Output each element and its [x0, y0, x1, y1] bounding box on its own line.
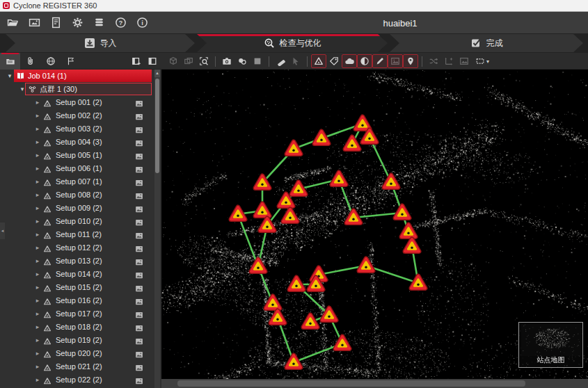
tree-item-setup-020[interactable]: ▸ Setup 020 (2): [0, 347, 154, 360]
add-panel-button[interactable]: [129, 55, 143, 68]
web-map-tab[interactable]: [40, 53, 61, 70]
tree-item-setup-005[interactable]: ▸ Setup 005 (1): [0, 149, 154, 162]
tree-item-cluster[interactable]: ▾ 点群 1 (30): [0, 83, 154, 96]
collapse-arrow-icon[interactable]: ▸: [33, 255, 42, 267]
collapse-arrow-icon[interactable]: ▸: [33, 202, 42, 214]
camera-button[interactable]: [219, 54, 235, 68]
workflow-tab-1[interactable]: 导入: [6, 34, 195, 52]
gps-pin-toggle-button[interactable]: [403, 54, 418, 68]
collapse-arrow-icon[interactable]: ▸: [33, 295, 42, 307]
setup-marker-3[interactable]: [345, 137, 359, 149]
dropdown-caret-icon[interactable]: ▾: [486, 58, 489, 65]
collapse-arrow-icon[interactable]: ▸: [33, 308, 42, 320]
tree-item-setup-011[interactable]: ▸ Setup 011 (2): [0, 228, 154, 241]
open-folder-button[interactable]: [6, 15, 20, 30]
collapse-arrow-icon[interactable]: ▸: [33, 282, 42, 293]
tree-item-setup-010[interactable]: ▸ Setup 010 (2): [0, 215, 154, 228]
export-image-button[interactable]: [27, 15, 42, 30]
target-toggle-button[interactable]: [357, 54, 372, 68]
panel-button[interactable]: [145, 55, 159, 68]
project-explorer-tab[interactable]: [0, 53, 20, 70]
tree-item-setup-009[interactable]: ▸ Setup 009 (2): [0, 202, 154, 215]
cloud-toggle-button[interactable]: [342, 54, 357, 68]
eraser-button[interactable]: [273, 54, 288, 68]
image-toggle-button[interactable]: [388, 54, 403, 68]
setup-marker-15[interactable]: [395, 206, 409, 218]
tree-item-setup-001[interactable]: ▸ Setup 001 (2): [0, 96, 154, 109]
collapse-arrow-icon[interactable]: ▸: [33, 189, 42, 201]
move-axes-button[interactable]: [441, 54, 456, 68]
site-minimap[interactable]: 站点地图: [518, 322, 583, 368]
tree-item-setup-018[interactable]: ▸ Setup 018 (2): [0, 321, 154, 334]
measure-pencil-toggle-button[interactable]: [372, 54, 388, 68]
setup-marker-25[interactable]: [266, 296, 280, 309]
setup-marker-5[interactable]: [287, 142, 301, 154]
setup-marker-19[interactable]: [411, 276, 425, 289]
tree-item-setup-017[interactable]: ▸ Setup 017 (2): [0, 307, 154, 321]
collapse-arrow-icon[interactable]: ▸: [33, 229, 42, 241]
select-rect-button[interactable]: ▾: [472, 54, 493, 68]
setup-marker-20[interactable]: [359, 259, 373, 271]
setup-marker-8[interactable]: [332, 172, 346, 185]
collapse-arrow-icon[interactable]: ▸: [33, 97, 42, 108]
setup-marker-17[interactable]: [402, 225, 415, 237]
collapse-arrow-icon[interactable]: ▸: [33, 149, 42, 161]
setup-marker-29[interactable]: [335, 337, 349, 349]
setup-marker-4[interactable]: [315, 131, 328, 144]
setup-marker-1[interactable]: [356, 117, 370, 129]
info-button[interactable]: i: [135, 15, 150, 30]
tree-item-setup-003[interactable]: ▸ Setup 003 (2): [0, 122, 154, 136]
setup-marker-18[interactable]: [405, 239, 419, 252]
pointcloud-viewport[interactable]: 站点地图: [161, 70, 588, 379]
tree-item-setup-008[interactable]: ▸ Setup 008 (2): [0, 188, 154, 202]
collapse-arrow-icon[interactable]: ▸: [33, 176, 42, 188]
setup-marker-30[interactable]: [287, 355, 301, 368]
setup-marker-23[interactable]: [289, 277, 303, 290]
collapse-arrow-icon[interactable]: ▸: [33, 242, 42, 254]
tree-item-setup-002[interactable]: ▸ Setup 002 (2): [0, 109, 154, 122]
tree-item-setup-004[interactable]: ▸ Setup 004 (3): [0, 136, 154, 149]
tree-item-setup-015[interactable]: ▸ Setup 015 (2): [0, 281, 154, 294]
collapse-arrow-icon[interactable]: ▸: [33, 163, 42, 175]
setup-marker-27[interactable]: [303, 315, 317, 328]
collapse-arrow-icon[interactable]: ▸: [33, 374, 42, 386]
panel-collapse-handle[interactable]: ◂: [0, 223, 5, 239]
tree-item-setup-006[interactable]: ▸ Setup 006 (1): [0, 162, 154, 175]
tree-item-setup-013[interactable]: ▸ Setup 013 (2): [0, 254, 154, 268]
viewer-scrollbar[interactable]: [161, 379, 588, 388]
pick-cursor-button[interactable]: [288, 54, 303, 68]
tree-scrollbar[interactable]: ▲: [154, 70, 160, 388]
collapse-arrow-icon[interactable]: ▸: [33, 216, 42, 227]
pan-button[interactable]: [181, 54, 196, 68]
collapse-arrow-icon[interactable]: ▸: [33, 110, 42, 122]
tree-item-setup-021[interactable]: ▸ Setup 021 (2): [0, 360, 154, 373]
scroll-up-arrow-icon[interactable]: ▲: [154, 70, 160, 77]
setup-marker-11[interactable]: [255, 204, 269, 216]
setup-marker-16[interactable]: [384, 175, 398, 188]
tree-item-setup-019[interactable]: ▸ Setup 019 (2): [0, 334, 154, 347]
square-tool-button[interactable]: [250, 54, 265, 68]
setup-marker-14[interactable]: [347, 211, 360, 223]
setup-marker-toggle-button[interactable]: [311, 54, 326, 68]
collapse-arrow-icon[interactable]: ▸: [33, 268, 42, 280]
workflow-tab-2[interactable]: 检查与优化: [197, 34, 388, 52]
tree-item-job[interactable]: ▾ Job 014 (1): [0, 70, 154, 83]
expand-arrow-icon[interactable]: ▾: [6, 70, 14, 82]
zoom-area-button[interactable]: [196, 54, 212, 68]
pano-image-button[interactable]: [456, 54, 472, 68]
setup-marker-24[interactable]: [251, 259, 265, 272]
viewer-scrollbar-thumb[interactable]: [177, 380, 525, 387]
attachments-tab[interactable]: [20, 53, 40, 70]
workflow-tab-3[interactable]: 完成: [390, 34, 583, 52]
collapse-arrow-icon[interactable]: ▸: [33, 348, 42, 359]
help-button[interactable]: ?: [113, 15, 128, 30]
bundle-view-button[interactable]: [235, 54, 250, 68]
setup-marker-10[interactable]: [231, 207, 245, 220]
settings-gear-button[interactable]: [70, 15, 85, 30]
tree-scrollbar-thumb[interactable]: [155, 79, 159, 173]
setup-marker-13[interactable]: [283, 209, 297, 222]
tag-toggle-button[interactable]: [326, 54, 342, 68]
orbit-cube-button[interactable]: [166, 54, 181, 68]
setup-marker-7[interactable]: [292, 182, 305, 195]
tree-item-setup-007[interactable]: ▸ Setup 007 (1): [0, 175, 154, 188]
